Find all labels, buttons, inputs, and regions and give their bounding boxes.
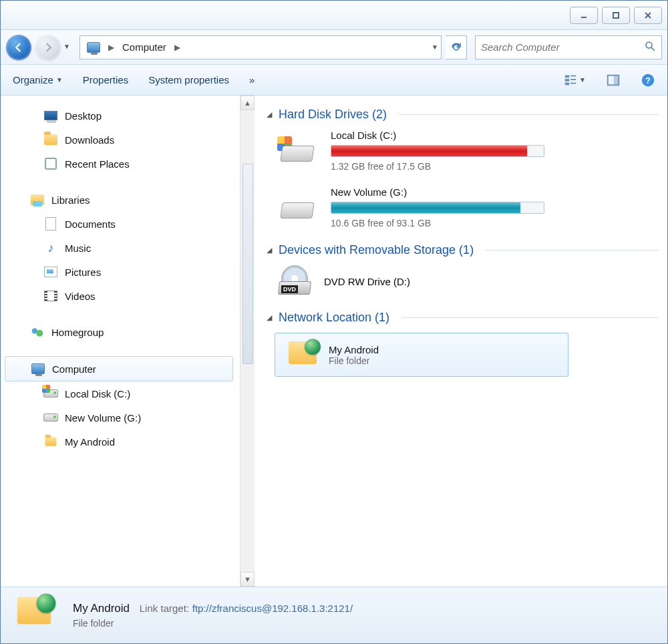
- address-dropdown-icon[interactable]: ▼: [432, 43, 438, 51]
- folder-icon: [44, 134, 57, 145]
- svg-rect-9: [570, 75, 576, 76]
- sidebar-item-label: Videos: [65, 291, 96, 302]
- svg-line-5: [651, 47, 655, 51]
- svg-rect-13: [614, 75, 619, 85]
- sidebar-item-label: Recent Places: [65, 158, 130, 170]
- sidebar-item-documents[interactable]: Documents: [1, 212, 237, 236]
- sidebar-item-local-disk-c[interactable]: Local Disk (C:): [1, 381, 237, 406]
- network-folder-icon: [14, 595, 59, 635]
- drive-win-icon: [43, 389, 58, 397]
- drive-dvd-rw[interactable]: DVD DVD RW Drive (D:): [275, 265, 658, 297]
- drive-stats: 1.32 GB free of 17.5 GB: [331, 161, 658, 172]
- sidebar-item-computer[interactable]: Computer: [5, 356, 233, 381]
- back-button[interactable]: [6, 35, 31, 60]
- organize-menu[interactable]: Organize ▼: [13, 74, 63, 86]
- preview-pane-button[interactable]: [606, 73, 621, 88]
- section-title: Hard Disk Drives (2): [279, 108, 387, 122]
- sidebar-item-label: Music: [65, 243, 91, 254]
- network-folder-icon: [286, 340, 319, 369]
- item-name: My Android: [329, 344, 379, 355]
- sidebar-item-new-volume-g[interactable]: New Volume (G:): [1, 406, 237, 430]
- videos-icon: [44, 291, 57, 301]
- search-input[interactable]: [481, 41, 644, 53]
- forward-button[interactable]: [35, 35, 61, 60]
- breadcrumb-arrow-icon[interactable]: ▶: [107, 43, 116, 52]
- breadcrumb-location[interactable]: Computer: [118, 40, 170, 54]
- sidebar-scrollbar[interactable]: ▲ ▼: [240, 96, 255, 587]
- details-pane: My Android Link target: ftp://zfranciscu…: [1, 587, 667, 643]
- svg-rect-10: [570, 79, 576, 80]
- sidebar-item-recent-places[interactable]: Recent Places: [1, 152, 237, 176]
- scroll-down-icon[interactable]: ▼: [240, 572, 255, 587]
- section-removable-storage[interactable]: ◢ Devices with Removable Storage (1): [267, 243, 658, 257]
- sidebar-item-homegroup[interactable]: Homegroup: [1, 320, 237, 344]
- scroll-thumb[interactable]: [242, 164, 253, 364]
- drive-local-disk-c[interactable]: Local Disk (C:) 1.32 GB free of 17.5 GB: [275, 130, 658, 172]
- change-view-button[interactable]: ▼: [563, 73, 586, 88]
- computer-group: Computer Local Disk (C:) New Volume (G:)…: [1, 356, 237, 454]
- scroll-up-icon[interactable]: ▲: [240, 96, 255, 110]
- sidebar-item-desktop[interactable]: Desktop: [1, 104, 237, 128]
- breadcrumb[interactable]: ▶ Computer ▶ ▼: [79, 35, 442, 59]
- drive-name: Local Disk (C:): [331, 130, 658, 141]
- sidebar-item-pictures[interactable]: Pictures: [1, 260, 237, 284]
- drive-usage-bar: [331, 202, 544, 214]
- collapse-caret-icon[interactable]: ◢: [267, 246, 272, 255]
- minimize-button[interactable]: [570, 7, 598, 24]
- dvd-drive-icon: DVD: [275, 265, 315, 297]
- sidebar-item-music[interactable]: ♪Music: [1, 236, 237, 260]
- computer-icon: [87, 42, 100, 53]
- search-box[interactable]: [475, 35, 662, 59]
- svg-rect-1: [613, 13, 619, 18]
- properties-button[interactable]: Properties: [83, 74, 128, 86]
- search-icon[interactable]: [644, 40, 656, 54]
- collapse-caret-icon[interactable]: ◢: [267, 313, 272, 322]
- homegroup-group: Homegroup: [1, 320, 237, 344]
- close-button[interactable]: [634, 7, 662, 24]
- toolbar: Organize ▼ Properties System properties …: [1, 65, 667, 96]
- maximize-button[interactable]: [602, 7, 630, 24]
- svg-text:?: ?: [645, 75, 651, 85]
- help-button[interactable]: ?: [641, 73, 655, 88]
- document-icon: [45, 217, 56, 230]
- selected-item-name: My Android: [73, 602, 130, 615]
- hdd-icon: [275, 189, 320, 226]
- section-hard-disk-drives[interactable]: ◢ Hard Disk Drives (2): [267, 108, 658, 122]
- sidebar-item-my-android[interactable]: My Android: [1, 430, 237, 454]
- navigation-pane: Desktop Downloads Recent Places Librarie…: [1, 96, 255, 587]
- sidebar-item-label: Libraries: [51, 194, 90, 206]
- property-key: Link target:: [140, 603, 189, 614]
- recent-locations-dropdown[interactable]: ▼: [63, 43, 73, 52]
- hdd-icon: [275, 132, 320, 170]
- sidebar-item-videos[interactable]: Videos: [1, 284, 237, 308]
- collapse-caret-icon[interactable]: ◢: [267, 110, 272, 119]
- breadcrumb-arrow-icon[interactable]: ▶: [173, 43, 182, 52]
- sidebar-item-downloads[interactable]: Downloads: [1, 128, 237, 152]
- sidebar-item-label: Computer: [52, 363, 96, 375]
- homegroup-icon: [30, 325, 45, 339]
- sidebar-item-label: Local Disk (C:): [65, 388, 130, 399]
- section-rule: [486, 250, 658, 251]
- section-rule: [399, 114, 658, 115]
- address-bar: ▼ ▶ Computer ▶ ▼: [1, 30, 667, 65]
- toolbar-overflow[interactable]: »: [249, 74, 255, 86]
- svg-point-4: [646, 42, 652, 48]
- computer-icon: [31, 363, 45, 374]
- section-rule: [401, 317, 658, 318]
- sidebar-item-label: Desktop: [65, 110, 102, 122]
- system-properties-button[interactable]: System properties: [148, 74, 229, 86]
- section-network-location[interactable]: ◢ Network Location (1): [267, 311, 658, 325]
- drive-name: New Volume (G:): [331, 186, 658, 198]
- sidebar-item-label: Pictures: [65, 267, 101, 278]
- sidebar-item-label: Homegroup: [51, 327, 104, 338]
- drive-stats: 10.6 GB free of 93.1 GB: [331, 218, 658, 228]
- favorites-group: Desktop Downloads Recent Places: [1, 104, 237, 176]
- svg-point-17: [36, 330, 43, 337]
- netfolder-icon: [43, 434, 58, 449]
- svg-rect-11: [570, 82, 576, 84]
- refresh-button[interactable]: [446, 35, 467, 59]
- selected-item-type: File folder: [73, 618, 353, 629]
- drive-new-volume-g[interactable]: New Volume (G:) 10.6 GB free of 93.1 GB: [275, 186, 658, 228]
- sidebar-item-libraries[interactable]: Libraries: [1, 188, 237, 212]
- network-item-my-android[interactable]: My Android File folder: [275, 333, 568, 377]
